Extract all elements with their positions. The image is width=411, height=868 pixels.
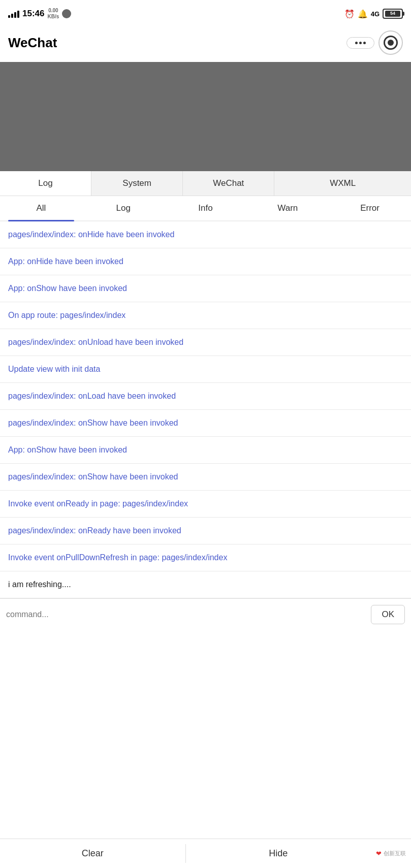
dot1 [355, 42, 358, 44]
network-speed: 0.00KB/s [47, 8, 59, 20]
log-item: App: onShow have been invoked [0, 275, 411, 302]
watermark: ❤ 创新互联 [371, 839, 411, 868]
ok-button[interactable]: OK [371, 605, 405, 624]
bottom-bar: Clear Hide ❤ 创新互联 [0, 839, 411, 868]
status-left: 15:46 0.00KB/s [8, 8, 71, 20]
tabs-row1: Log System WeChat WXML [0, 171, 411, 196]
status-right: ⏰ 🔔 4G 54 [344, 9, 403, 19]
tabs-row2: All Log Info Warn Error [0, 196, 411, 221]
log-item: Invoke event onPullDownRefresh in page: … [0, 544, 411, 571]
app-title: WeChat [8, 35, 57, 51]
log-list: pages/index/index: onHide have been invo… [0, 221, 411, 598]
command-bar: OK [0, 598, 411, 630]
header: WeChat [0, 25, 411, 62]
tab-all[interactable]: All [0, 196, 82, 220]
log-item: i am refreshing.... [0, 571, 411, 598]
record-button[interactable] [378, 30, 403, 55]
tab-error[interactable]: Error [329, 196, 411, 220]
record-inner [384, 36, 398, 50]
clear-button[interactable]: Clear [0, 839, 185, 868]
log-item: On app route: pages/index/index [0, 302, 411, 329]
alarm-icon: ⏰ [344, 9, 355, 19]
battery-tip [403, 12, 404, 16]
battery-text: 54 [390, 11, 395, 16]
log-item: pages/index/index: onShow have been invo… [0, 464, 411, 491]
tab-system[interactable]: System [91, 171, 183, 196]
log-item: App: onShow have been invoked [0, 437, 411, 464]
tab-wxml[interactable]: WXML [274, 171, 411, 196]
record-dot [388, 40, 394, 46]
dot2 [359, 42, 362, 44]
command-input[interactable] [6, 610, 366, 619]
status-bar: 15:46 0.00KB/s ⏰ 🔔 4G 54 [0, 0, 411, 25]
log-item: pages/index/index: onShow have been invo… [0, 410, 411, 437]
tab-info[interactable]: Info [165, 196, 247, 220]
log-item: Invoke event onReady in page: pages/inde… [0, 491, 411, 518]
dot3 [363, 42, 366, 44]
hide-button[interactable]: Hide [186, 839, 371, 868]
log-item: pages/index/index: onReady have been inv… [0, 518, 411, 544]
tab-wechat[interactable]: WeChat [183, 171, 274, 196]
signal-icon [8, 10, 19, 18]
time-display: 15:46 [22, 9, 44, 19]
tab-warn[interactable]: Warn [246, 196, 329, 220]
dots-button[interactable] [346, 37, 374, 49]
battery-indicator: 54 [383, 9, 403, 19]
log-item: Update view with init data [0, 356, 411, 383]
chat-bubble-icon [62, 9, 71, 18]
log-item: pages/index/index: onUnload have been in… [0, 329, 411, 356]
preview-area [0, 62, 411, 171]
battery-fill: 54 [385, 11, 400, 17]
header-controls [346, 30, 403, 55]
signal-4g: 4G [371, 10, 380, 18]
bell-icon: 🔔 [358, 9, 368, 19]
tab-log[interactable]: Log [0, 171, 91, 196]
log-item: pages/index/index: onHide have been invo… [0, 221, 411, 248]
tab-log-filter[interactable]: Log [82, 196, 165, 220]
log-item: App: onHide have been invoked [0, 248, 411, 275]
log-item: pages/index/index: onLoad have been invo… [0, 383, 411, 410]
